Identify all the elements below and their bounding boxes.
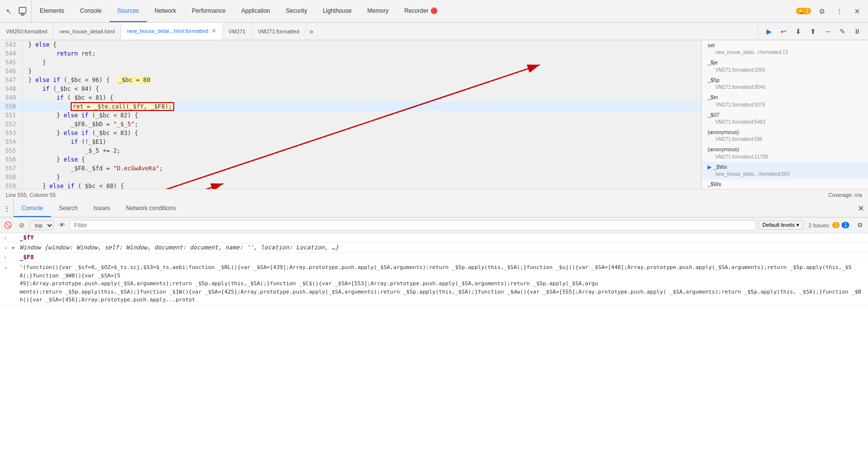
- svg-rect-0: [19, 7, 26, 13]
- context-selector[interactable]: top: [29, 220, 54, 230]
- cursor-position: Line 555, Column 55: [6, 192, 56, 198]
- cursor-icon[interactable]: ↖: [4, 6, 14, 16]
- middle-row: 543 } else { 544 return ret; 545 } 546: [0, 40, 868, 189]
- pause-exceptions-btn[interactable]: ⏸: [850, 25, 864, 38]
- call-stack-item-wx-358[interactable]: _$Wx new_house_detai...:formatted:358: [702, 179, 868, 189]
- console-toolbar: 🚫 ⊘ top 👁 Default levels ▾ 2 Issues: 1 1…: [0, 217, 868, 233]
- code-line-554: 554 if (!_$E1): [0, 137, 701, 146]
- deactivate-breakpoints-btn[interactable]: ✎: [836, 25, 849, 38]
- console-line-window-output: ◂ ▸ Window {window: Window, self: Window…: [0, 243, 868, 253]
- step-into-btn[interactable]: ⬇: [791, 25, 805, 38]
- step-btn[interactable]: ↔: [821, 25, 835, 38]
- show-live-expressions-icon[interactable]: 👁: [56, 219, 68, 231]
- code-line-551: 551 } else if (_$bc < 82) {: [0, 111, 701, 120]
- code-scroll-area[interactable]: 543 } else { 544 return ret; 545 } 546: [0, 40, 701, 189]
- code-line-549: 549 if ( $bc < 81) {: [0, 93, 701, 102]
- nav-icon-group: ↖: [0, 0, 32, 22]
- call-stack-item-anon2[interactable]: (anonymous) VM271:formatted:11700: [702, 144, 868, 162]
- file-tab-vm271-formatted[interactable]: VM271:formatted: [252, 23, 305, 40]
- close-icon[interactable]: ✕: [850, 4, 864, 18]
- code-line-558: 558 }: [0, 173, 701, 182]
- tab-application[interactable]: Application: [234, 0, 278, 22]
- console-expand-window[interactable]: ▸: [12, 244, 20, 251]
- file-tab-vm250[interactable]: VM250:formatted: [0, 23, 53, 40]
- file-tabs-bar: VM250:formatted new_house_detail.html ne…: [0, 23, 868, 40]
- call-stack-item-tn[interactable]: _$tn VM271:formatted:2076: [702, 92, 868, 109]
- warn-badge: 1: [832, 222, 840, 228]
- console-output-arrow2: ◂: [4, 264, 12, 270]
- console-output[interactable]: › _$fY ◂ ▸ Window {window: Window, self:…: [0, 233, 868, 460]
- tab-network[interactable]: Network: [147, 0, 184, 22]
- active-arrow-icon: ▶: [708, 164, 711, 170]
- step-over-btn[interactable]: ↩: [777, 25, 790, 38]
- bottom-tab-search[interactable]: Search: [51, 200, 85, 217]
- clear-console-icon[interactable]: 🚫: [2, 219, 14, 231]
- devtools-topnav: ↖ Elements Console Sources Network Perfo…: [0, 0, 868, 23]
- console-line-long-output: ◂ '(function(){var _$sf=0,_$OZ=$_ts.scj,…: [0, 263, 868, 306]
- console-input-arrow: ›: [4, 234, 12, 241]
- coverage-status: Coverage: n/a: [828, 192, 862, 198]
- tab-memory[interactable]: Memory: [360, 0, 396, 22]
- code-line-544: 544 return ret;: [0, 49, 701, 58]
- code-line-556: 556 } else {: [0, 155, 701, 164]
- tab-performance[interactable]: Performance: [184, 0, 234, 22]
- settings-icon[interactable]: ⚙: [815, 4, 829, 18]
- tab-console[interactable]: Console: [72, 0, 109, 22]
- call-stack-item-wx-active[interactable]: ▶_$Wx new_house_detai...:formatted:550: [702, 162, 868, 179]
- more-icon[interactable]: ⋮: [833, 4, 846, 18]
- nav-tabs: Elements Console Sources Network Perform…: [32, 0, 446, 22]
- default-levels-btn[interactable]: Default levels ▾: [758, 220, 804, 230]
- code-line-557: 557 _$F8._$fd = "D.ecGwAveKa";: [0, 164, 701, 173]
- file-tabs-overflow[interactable]: »: [306, 27, 317, 35]
- code-line-543: 543 } else {: [0, 40, 701, 49]
- code-line-555: 555 _$_5 += 2;: [0, 146, 701, 155]
- code-table: 543 } else { 544 return ret; 545 } 546: [0, 40, 701, 189]
- tab-sources[interactable]: Sources: [109, 0, 147, 22]
- bottom-tabs-bar: ⋮ Console Search Issues Network conditio…: [0, 200, 868, 217]
- code-line-552: 552 _$F8._$bD = "_$_5";: [0, 120, 701, 129]
- file-tab-new-house-detail[interactable]: new_house_detail.html: [53, 23, 121, 40]
- call-stack-item-anon1[interactable]: (anonymous) VM271:formatted:596: [702, 127, 868, 144]
- code-line-550: 550 ret = _$te.call(_$fY, _$F8);: [0, 102, 701, 111]
- call-stack-item-set[interactable]: set new_house_detai...l:formatted:13: [702, 40, 868, 57]
- debug-controls: ▶ ↩ ⬇ ⬆ ↔ ✎ ⏸: [758, 25, 868, 38]
- stop-on-exceptions-icon[interactable]: ⊘: [16, 219, 27, 231]
- bottom-panel-close[interactable]: ✕: [854, 200, 868, 217]
- call-stack-item-je[interactable]: _$je VM271:formatted:2065: [702, 57, 868, 75]
- devtools-layout: ↖ Elements Console Sources Network Perfo…: [0, 0, 868, 460]
- bottom-tab-network-conditions[interactable]: Network conditions: [118, 200, 184, 217]
- bottom-tab-issues[interactable]: Issues: [85, 200, 118, 217]
- notification-badge[interactable]: 🔔 1: [796, 8, 811, 14]
- nav-right-controls: 🔔 1 ⚙ ⋮ ✕: [792, 4, 868, 18]
- bottom-tab-console[interactable]: Console: [14, 200, 51, 217]
- tab-security[interactable]: Security: [278, 0, 315, 22]
- console-line-fy-input: › _$fY: [0, 233, 868, 243]
- bottom-section: ⋮ Console Search Issues Network conditio…: [0, 200, 868, 460]
- tab-recorder[interactable]: Recorder 🔴: [396, 0, 446, 22]
- console-input-arrow2: ›: [4, 254, 12, 260]
- tab-elements[interactable]: Elements: [32, 0, 72, 22]
- file-tab-close[interactable]: ✕: [211, 27, 216, 34]
- console-expand-long[interactable]: [12, 264, 20, 265]
- issues-badge[interactable]: 2 Issues: 1 1: [806, 222, 852, 228]
- code-line-559: 559 } else if (_$bc < 88) {: [0, 182, 701, 189]
- code-line-546: 546 }: [0, 67, 701, 76]
- status-bar: Line 555, Column 55 Coverage: n/a: [0, 189, 868, 200]
- call-stack-panel: set new_house_detai...l:formatted:13 _$j…: [701, 40, 868, 189]
- code-line-548: 548 if (_$bc < 84) {: [0, 84, 701, 93]
- call-stack-item-07[interactable]: _$07 VM271:formatted:5493: [702, 110, 868, 127]
- device-icon[interactable]: [18, 6, 27, 16]
- console-output-arrow: ◂: [4, 244, 12, 250]
- tab-lighthouse[interactable]: Lighthouse: [315, 0, 360, 22]
- resume-btn[interactable]: ▶: [762, 25, 776, 38]
- filter-input[interactable]: [72, 221, 754, 230]
- code-line-545: 545 }: [0, 58, 701, 67]
- file-tab-vm271[interactable]: VM271: [223, 23, 252, 40]
- code-line-553: 553 } else if (_$bc < 83) {: [0, 129, 701, 137]
- info-badge: 1: [842, 222, 849, 228]
- file-tab-new-house-formatted[interactable]: new_house_detai...html:formatted ✕: [121, 23, 223, 40]
- step-out-btn[interactable]: ⬆: [806, 25, 820, 38]
- call-stack-item-5p[interactable]: _$5p VM271:formatted:9546: [702, 75, 868, 92]
- console-settings-icon[interactable]: ⚙: [854, 219, 866, 231]
- bottom-panel-more-icon[interactable]: ⋮: [0, 200, 14, 217]
